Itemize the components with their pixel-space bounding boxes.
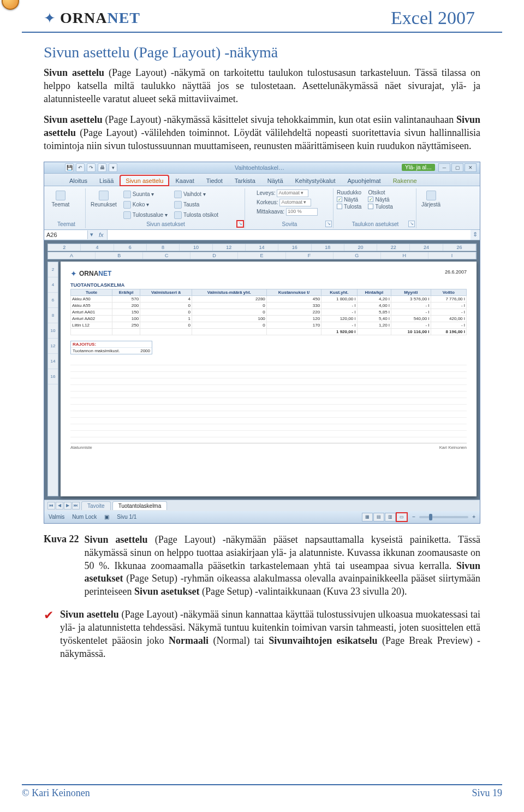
zoom-plus-icon[interactable]: + [472, 514, 475, 520]
tab-nayta[interactable]: Näytä [262, 175, 289, 186]
formula-expand-icon[interactable]: ⇕ [471, 231, 480, 238]
group-sivun-asetukset-label: Sivun asetukset [89, 221, 242, 227]
row-mittakaava: Mittakaava: 100 % [248, 208, 318, 216]
td: 0 [192, 302, 266, 309]
qa-print-icon[interactable]: 🖶 [98, 163, 106, 172]
col-letter[interactable]: G [334, 252, 381, 259]
ruler-tick: 24 [410, 244, 443, 251]
fx-label[interactable]: fx [96, 230, 107, 239]
td: Akku A50 [71, 295, 112, 302]
tab-lisaa[interactable]: Lisää [94, 175, 119, 186]
btn-jarjesta[interactable]: Järjestä [420, 189, 442, 209]
minimize-button[interactable]: ─ [438, 163, 450, 172]
qa-redo-icon[interactable]: ↷ [87, 163, 96, 172]
col-letter[interactable]: C [143, 252, 190, 259]
tab-rakenne[interactable]: Rakenne [388, 175, 422, 186]
doc-logo-icon: ✦ [70, 269, 77, 278]
td [140, 328, 192, 335]
btn-koko[interactable]: Koko ▾ [122, 200, 169, 210]
view-pagelayout-button[interactable]: ▤ [373, 513, 384, 521]
sheet-tab-tavoite[interactable]: Tavoite [81, 501, 111, 510]
doc-logo: ✦ ORNANET [70, 269, 467, 278]
td: 1 800,00 I [321, 295, 357, 302]
tab-aloitus[interactable]: Aloitus [64, 175, 93, 186]
tab-nav-prev-icon[interactable]: ◀ [56, 502, 63, 509]
tip-b2: Normaali [169, 635, 209, 646]
qa-more-icon[interactable]: ▾ [109, 163, 117, 172]
tab-kehitystyokalut[interactable]: Kehitystyökalut [290, 175, 341, 186]
btn-vaihdot[interactable]: Vaihdot ▾ [172, 189, 220, 199]
tab-nav-next-icon[interactable]: ▶ [64, 502, 72, 509]
chk-otsikot-tulosta[interactable]: Tulosta [368, 204, 392, 210]
vruler-tick: 2 [48, 262, 58, 277]
formula-input[interactable] [107, 230, 471, 240]
zoom-slider[interactable] [419, 516, 468, 518]
th: Voitto [431, 289, 466, 295]
view-pagebreak-button[interactable]: ▥ [385, 513, 396, 521]
view-normal-button[interactable]: ▦ [362, 513, 373, 521]
table-row: Liitin L1225000170- I1,20 I- I- I [71, 322, 467, 328]
chk-otsikot-nayta[interactable]: ✓Näytä [368, 197, 392, 203]
fld-mittakaava[interactable]: 100 % [286, 208, 318, 216]
fld-korkeus[interactable]: Automaat ▾ [279, 199, 311, 206]
namebox-dropdown-icon[interactable]: ▾ [88, 231, 96, 238]
col-letter[interactable]: F [286, 252, 334, 259]
td: 3 576,00 I [391, 295, 431, 302]
btn-suunta[interactable]: Suunta ▾ [122, 189, 169, 199]
tab-apuohjelmat[interactable]: Apuohjelmat [342, 175, 386, 186]
doc-date: 26.6.2007 [445, 269, 467, 275]
tab-kaavat[interactable]: Kaavat [170, 175, 199, 186]
col-letter[interactable]: E [238, 252, 285, 259]
intro-paragraph-2: Sivun asettelu (Page Layout) -näkymässä … [44, 114, 480, 153]
sheet-options-dialog-launcher[interactable]: ↘ [408, 221, 415, 227]
office-button[interactable] [2, 0, 19, 10]
col-letter[interactable]: D [190, 252, 238, 259]
btn-tulostusalue[interactable]: Tulostusalue ▾ [122, 210, 169, 220]
td: - I [321, 309, 357, 315]
td: Akku A55 [71, 302, 112, 309]
col-letter[interactable]: A [48, 252, 96, 259]
col-letter[interactable]: I [428, 252, 476, 259]
btn-reunukset-label: Reunukset [91, 201, 117, 208]
tab-nav-last-icon[interactable]: ⏭ [72, 502, 80, 509]
p1-rest: (Page Layout) -näkymä on tarkoitettu tau… [44, 67, 480, 104]
name-box[interactable]: A26 [44, 230, 88, 239]
btn-teemat[interactable]: Teemat [50, 189, 72, 209]
contextual-tab-label[interactable]: Ylä- ja al… [402, 164, 435, 171]
ruler-tick: 14 [246, 244, 278, 251]
zoom-minus-icon[interactable]: − [412, 514, 415, 520]
rajoitus-label: Tuotannon maksimikust. [73, 348, 120, 353]
th: Kustannukse t/ [266, 289, 321, 295]
btn-reunukset[interactable]: Reunukset [89, 189, 118, 209]
page-preview[interactable]: ✦ ORNANET 26.6.2007 TUOTANTOLASKELMA Tuo… [61, 262, 477, 496]
tab-nav-first-icon[interactable]: ⏮ [47, 502, 55, 509]
qa-undo-icon[interactable]: ↶ [76, 163, 85, 172]
group-jarjesta-label [420, 221, 454, 227]
chk-ruudukko-tulosta[interactable]: Tulosta [337, 204, 361, 210]
vruler-tick: 10 [48, 323, 58, 339]
scale-dialog-launcher[interactable]: ↘ [325, 221, 332, 227]
chk-ruudukko-nayta[interactable]: ✓Näytä [337, 197, 361, 203]
col-letter[interactable]: H [381, 252, 428, 259]
btn-tausta[interactable]: Tausta [172, 200, 220, 210]
page-setup-dialog-launcher[interactable]: ↘ [237, 221, 243, 227]
lbl-tulosta-1: Tulosta [344, 204, 361, 210]
status-record-icon[interactable]: ▣ [104, 514, 109, 520]
tab-sivun-asettelu[interactable]: Sivun asettelu [120, 175, 169, 186]
col-letter[interactable]: B [96, 252, 143, 259]
excel-window: 💾 ↶ ↷ 🖶 ▾ Vaihtoehtolaskel… Ylä- ja al… … [44, 162, 480, 524]
maximize-button[interactable]: ▢ [451, 163, 463, 172]
view-highlighted-button[interactable]: ▭ [396, 513, 407, 521]
fld-leveys[interactable]: Automaat ▾ [277, 189, 308, 197]
td: - I [321, 302, 357, 309]
tip-m2: (Normal) tai [209, 635, 269, 646]
qa-save-icon[interactable]: 💾 [65, 163, 74, 172]
footer-right: Sivu 19 [472, 787, 502, 799]
close-button[interactable]: ✕ [465, 163, 477, 172]
sheet-tab-tuotantolaskelma[interactable]: Tuotantolaskelma [112, 501, 168, 510]
page-header: ✦ ORNANET Excel 2007 [22, 0, 502, 33]
quick-access-toolbar: 💾 ↶ ↷ 🖶 ▾ [47, 163, 117, 172]
tab-tiedot[interactable]: Tiedot [201, 175, 228, 186]
tab-tarkista[interactable]: Tarkista [229, 175, 261, 186]
btn-tulosta-otsikot[interactable]: Tulosta otsikot [172, 210, 220, 220]
